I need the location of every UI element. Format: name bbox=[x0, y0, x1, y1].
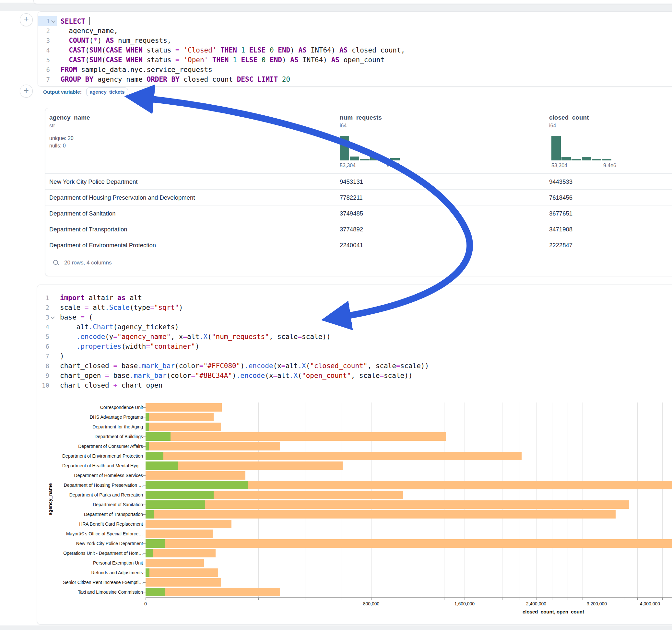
bar-closed[interactable] bbox=[146, 500, 629, 509]
chart-y-label: Department of Buildings bbox=[37, 432, 143, 441]
code-line[interactable]: 6FROM sample_data.nyc.service_requests bbox=[38, 65, 672, 75]
column-header-closed-count[interactable]: closed_count bbox=[549, 114, 589, 121]
bar-closed[interactable] bbox=[146, 559, 204, 567]
bar-open[interactable] bbox=[146, 452, 163, 460]
column-dtype-num-requests: i64 bbox=[340, 123, 346, 129]
code-token: 0 bbox=[262, 56, 266, 64]
bar-open[interactable] bbox=[146, 461, 178, 470]
output-variable-chip[interactable]: agency_tickets bbox=[86, 88, 128, 96]
bar-open[interactable] bbox=[146, 413, 149, 421]
table-row[interactable]: New York City Police Department945313194… bbox=[45, 173, 672, 190]
bar-closed[interactable] bbox=[146, 452, 522, 460]
histogram-bar bbox=[340, 136, 349, 161]
code-token bbox=[237, 46, 241, 54]
code-line[interactable]: 7GROUP BY agency_name ORDER BY closed_co… bbox=[38, 75, 672, 84]
code-line[interactable]: 4 CAST(SUM(CASE WHEN status = 'Closed' T… bbox=[38, 45, 672, 55]
chart-y-tick bbox=[143, 437, 146, 437]
bar-open[interactable] bbox=[146, 432, 170, 441]
line-number-gutter: 3 bbox=[38, 35, 57, 45]
bar-open[interactable] bbox=[146, 539, 165, 548]
bar-open[interactable] bbox=[146, 549, 153, 557]
chart-x-label: 800,000 bbox=[349, 601, 394, 606]
chart-y-tick bbox=[143, 592, 146, 592]
cell-num-requests: 3774892 bbox=[340, 226, 363, 233]
cell-num-requests: 9453131 bbox=[340, 178, 363, 185]
column-stat-nulls: nulls: 0 bbox=[49, 142, 66, 149]
previous-cell-edge bbox=[33, 0, 672, 4]
bar-open[interactable] bbox=[146, 491, 214, 499]
code-line[interactable]: 2 agency_name, bbox=[38, 26, 672, 35]
code-token: WHEN bbox=[126, 46, 143, 54]
code-token: 'Closed' bbox=[184, 46, 216, 54]
code-line[interactable]: 1SELECT bbox=[38, 16, 672, 26]
code-token: agency_name bbox=[93, 75, 146, 83]
code-token bbox=[61, 37, 69, 44]
bar-closed[interactable] bbox=[146, 510, 616, 518]
cell-gap-bottom bbox=[0, 626, 672, 630]
bar-closed[interactable] bbox=[146, 471, 245, 480]
column-stat-unique: unique: 20 bbox=[49, 135, 74, 142]
bar-open[interactable] bbox=[146, 442, 149, 451]
chart-gridline bbox=[305, 403, 305, 597]
code-token: COUNT bbox=[69, 37, 89, 44]
code-text[interactable]: CAST(SUM(CASE WHEN status = 'Closed' THE… bbox=[57, 46, 405, 54]
chart-y-label: HRA Benefit Card Replacement bbox=[37, 519, 143, 529]
code-token: sample_data.nyc.service_requests bbox=[77, 66, 212, 74]
chart-y-tick bbox=[143, 495, 146, 495]
chart-y-tick bbox=[143, 476, 146, 476]
bar-open[interactable] bbox=[146, 500, 205, 509]
add-cell-button-top[interactable]: + bbox=[20, 13, 33, 26]
bar-open[interactable] bbox=[146, 568, 149, 577]
add-cell-button-output[interactable]: + bbox=[20, 84, 33, 98]
line-number: 7 bbox=[46, 76, 50, 83]
histogram-min-label: 53,304 bbox=[340, 163, 356, 169]
sql-code-editor[interactable]: 1SELECT 2 agency_name,3 COUNT(*) AS num_… bbox=[38, 16, 672, 84]
table-row[interactable]: Department of Housing Preservation and D… bbox=[45, 189, 672, 205]
table-row[interactable]: Department of Environmental Protection22… bbox=[45, 237, 672, 253]
bar-closed[interactable] bbox=[146, 432, 446, 441]
bar-open[interactable] bbox=[146, 422, 149, 431]
bar-closed[interactable] bbox=[146, 403, 222, 412]
table-row[interactable]: Department of Sanitation37494853677651 bbox=[45, 205, 672, 221]
column-header-agency-name[interactable]: agency_name bbox=[49, 114, 90, 121]
bar-closed[interactable] bbox=[146, 578, 221, 587]
code-text[interactable]: CAST(SUM(CASE WHEN status = 'Open' THEN … bbox=[57, 56, 384, 64]
bar-closed[interactable] bbox=[146, 413, 214, 421]
bar-closed[interactable] bbox=[146, 568, 218, 577]
histogram-bar bbox=[602, 159, 611, 161]
code-text[interactable]: COUNT(*) AS num_requests, bbox=[57, 37, 171, 44]
bar-closed[interactable] bbox=[146, 588, 280, 596]
chart-gridline bbox=[624, 403, 624, 597]
line-number: 4 bbox=[46, 47, 50, 54]
code-text[interactable]: FROM sample_data.nyc.service_requests bbox=[57, 66, 212, 74]
chart-gridline bbox=[464, 403, 465, 597]
bar-open[interactable] bbox=[146, 588, 165, 596]
code-line[interactable]: 3 COUNT(*) AS num_requests, bbox=[38, 35, 672, 45]
code-text[interactable]: GROUP BY agency_name ORDER BY closed_cou… bbox=[57, 75, 290, 83]
bar-open[interactable] bbox=[146, 481, 248, 489]
bar-closed[interactable] bbox=[146, 549, 216, 557]
code-text[interactable]: SELECT bbox=[57, 17, 90, 25]
bar-open[interactable] bbox=[146, 510, 154, 518]
search-icon[interactable] bbox=[52, 259, 59, 266]
bar-closed[interactable] bbox=[146, 539, 672, 548]
chart-y-tick bbox=[143, 573, 146, 573]
bar-closed[interactable] bbox=[146, 442, 280, 451]
bar-closed[interactable] bbox=[146, 422, 221, 431]
table-row[interactable]: Department of Transportation377489234719… bbox=[45, 221, 672, 237]
code-text[interactable]: agency_name, bbox=[57, 27, 118, 35]
code-token: closed_count bbox=[179, 75, 237, 83]
code-line[interactable]: 5 CAST(SUM(CASE WHEN status = 'Open' THE… bbox=[38, 55, 672, 65]
histogram-num-requests[interactable] bbox=[340, 136, 400, 161]
column-header-num-requests[interactable]: num_requests bbox=[340, 114, 382, 121]
bar-closed[interactable] bbox=[146, 520, 232, 528]
code-token: ( bbox=[101, 46, 106, 54]
line-number-gutter: 1 bbox=[38, 16, 57, 26]
chart-y-tick bbox=[143, 534, 146, 534]
code-token bbox=[179, 46, 184, 54]
code-token bbox=[217, 46, 221, 54]
notebook-page: + + 1SELECT 2 agency_name,3 COUNT(*) AS … bbox=[0, 0, 672, 630]
histogram-closed-count[interactable] bbox=[551, 136, 611, 161]
fold-caret-icon[interactable] bbox=[51, 19, 55, 23]
bar-closed[interactable] bbox=[146, 530, 213, 538]
